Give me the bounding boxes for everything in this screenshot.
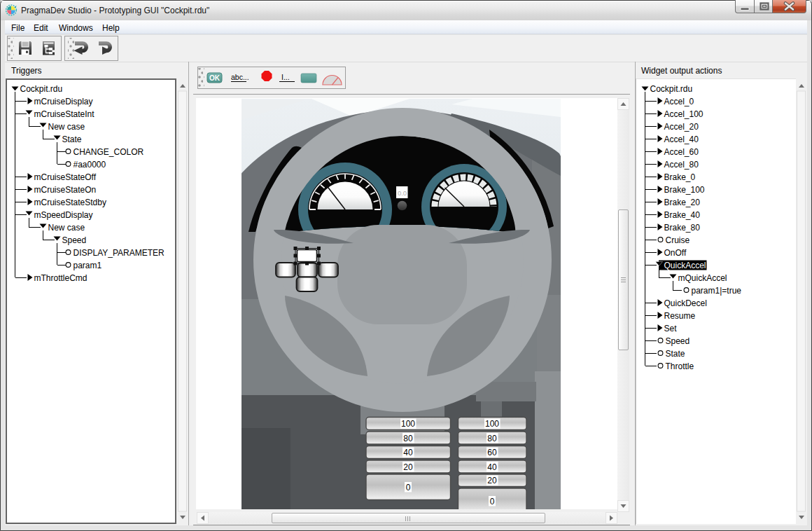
svg-text:mCruiseStateInt: mCruiseStateInt bbox=[34, 109, 95, 119]
svg-text:Brake_0: Brake_0 bbox=[664, 172, 696, 182]
svg-text:Throttle: Throttle bbox=[666, 361, 694, 371]
svg-text:Accel_80: Accel_80 bbox=[664, 160, 699, 170]
svg-text:QuickDecel: QuickDecel bbox=[664, 298, 707, 308]
svg-text:80: 80 bbox=[403, 434, 413, 443]
svg-text:QuickAccel: QuickAccel bbox=[664, 261, 706, 270]
svg-text:Brake_100: Brake_100 bbox=[664, 185, 705, 195]
svg-text:0: 0 bbox=[406, 483, 411, 492]
svg-text:Cruise: Cruise bbox=[666, 235, 690, 245]
svg-text:Brake_40: Brake_40 bbox=[664, 210, 701, 220]
svg-text:mThrottleCmd: mThrottleCmd bbox=[34, 273, 88, 283]
svg-text:mSpeedDisplay: mSpeedDisplay bbox=[34, 210, 93, 220]
svg-text:Cockpit.rdu: Cockpit.rdu bbox=[20, 84, 63, 94]
svg-text:80: 80 bbox=[487, 434, 497, 443]
svg-text:mCruiseStateOn: mCruiseStateOn bbox=[34, 185, 97, 195]
svg-text:Accel_100: Accel_100 bbox=[664, 109, 704, 119]
svg-text:Accel_20: Accel_20 bbox=[664, 122, 699, 132]
svg-text:0.0: 0.0 bbox=[398, 189, 407, 197]
svg-text:Accel_40: Accel_40 bbox=[664, 135, 699, 144]
svg-text:Speed: Speed bbox=[62, 235, 87, 245]
svg-text:CHANGE_COLOR: CHANGE_COLOR bbox=[74, 147, 144, 157]
svg-text:DISPLAY_PARAMETER: DISPLAY_PARAMETER bbox=[74, 248, 165, 258]
svg-text:Cockpit.rdu: Cockpit.rdu bbox=[650, 84, 693, 94]
svg-text:100: 100 bbox=[485, 419, 499, 429]
svg-text:OnOff: OnOff bbox=[664, 248, 687, 258]
svg-text:20: 20 bbox=[487, 476, 497, 485]
svg-text:Accel_0: Accel_0 bbox=[664, 97, 694, 106]
svg-text:mCruiseStateStdby: mCruiseStateStdby bbox=[34, 198, 106, 207]
svg-text:#aa0000: #aa0000 bbox=[74, 160, 106, 170]
svg-text:Set: Set bbox=[664, 324, 678, 333]
svg-text:60: 60 bbox=[487, 448, 497, 457]
svg-text:State: State bbox=[62, 135, 82, 144]
svg-text:Accel_60: Accel_60 bbox=[664, 147, 699, 157]
svg-text:40: 40 bbox=[403, 448, 413, 457]
svg-text:100: 100 bbox=[401, 419, 415, 429]
svg-text:New case: New case bbox=[48, 223, 85, 233]
svg-text:param1: param1 bbox=[74, 261, 102, 270]
svg-text:20: 20 bbox=[403, 462, 413, 472]
svg-text:40: 40 bbox=[487, 462, 497, 472]
svg-text:mQuickAccel: mQuickAccel bbox=[678, 273, 727, 283]
svg-text:0: 0 bbox=[490, 497, 495, 506]
svg-text:mCruiseDisplay: mCruiseDisplay bbox=[34, 97, 93, 106]
svg-text:Resume: Resume bbox=[664, 311, 696, 321]
svg-text:State: State bbox=[666, 349, 685, 359]
svg-text:Speed: Speed bbox=[666, 336, 690, 346]
svg-text:New case: New case bbox=[48, 122, 85, 132]
svg-text:Brake_80: Brake_80 bbox=[664, 223, 701, 233]
svg-text:Brake_20: Brake_20 bbox=[664, 198, 701, 207]
svg-text:abc...: abc... bbox=[231, 73, 249, 81]
svg-text:mCruiseStateOff: mCruiseStateOff bbox=[34, 172, 97, 182]
svg-text:param1|=true: param1|=true bbox=[692, 286, 742, 296]
svg-text:I...: I... bbox=[281, 73, 290, 81]
svg-text:OK: OK bbox=[209, 74, 220, 82]
